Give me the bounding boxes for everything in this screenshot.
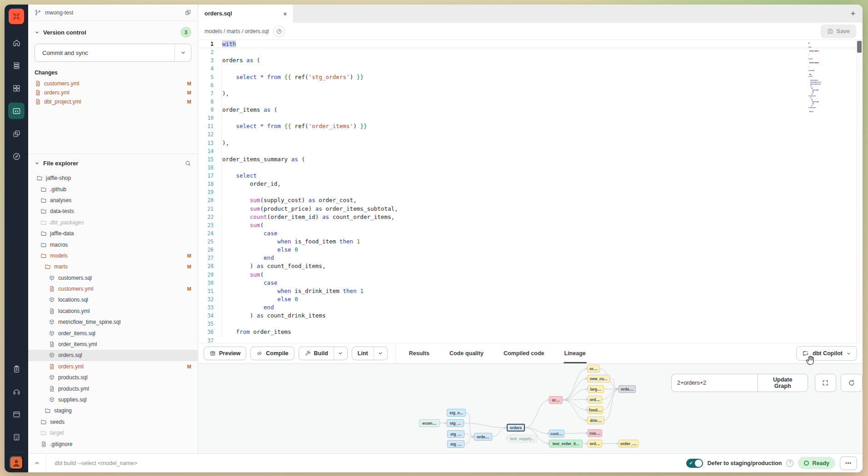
lineage-node-larg[interactable]: larg.... [588,385,604,393]
scrollbar-thumb[interactable] [857,41,862,53]
tree-item-seeds[interactable]: seeds [28,416,198,427]
search-icon[interactable] [185,160,191,167]
compile-button[interactable]: Compile [250,347,294,360]
defer-toggle[interactable]: ✓ [686,459,703,468]
support-headset-icon[interactable] [8,383,25,400]
lineage-node-test_sup[interactable]: test_supply... [507,435,537,442]
code-line-29[interactable]: 29 sum( [198,271,863,279]
lint-dropdown-toggle[interactable] [374,347,387,360]
develop-ide-icon[interactable] [8,103,25,119]
expand-command-bar-button[interactable] [28,454,46,472]
tab-orders-sql[interactable]: orders.sql × [198,5,294,23]
tree-item-locations-yml[interactable]: locations.yml [28,306,198,317]
tab-lineage[interactable]: Lineage [564,343,586,363]
grid-apps-icon[interactable] [8,80,25,96]
code-line-16[interactable]: 16 [198,164,863,172]
code-line-4[interactable]: 4 [198,64,863,73]
code-line-15[interactable]: 15order_items_summary as ( [198,155,863,164]
code-line-30[interactable]: 30 case [198,279,863,287]
code-line-31[interactable]: 31 when is_drink_item then 1 [198,287,863,295]
code-line-21[interactable]: 21 sum(product_price) as order_items_sub… [198,205,863,213]
file-explorer-header[interactable]: File explorer [28,154,198,171]
tree-item-dbt-packages[interactable]: dbt_packages [28,217,198,228]
tree-item-products-sql[interactable]: products.sql [28,372,198,383]
build-button[interactable]: Build [299,347,334,360]
changed-file[interactable]: dbt_project.ymlM [28,97,198,106]
code-line-6[interactable]: 6 [198,81,863,89]
tree-item-locations-sql[interactable]: locations.sql [28,294,198,305]
code-line-2[interactable]: 2 [198,48,863,56]
changed-file[interactable]: orders.ymlM [28,88,198,97]
code-line-1[interactable]: 1with [198,40,863,48]
code-line-11[interactable]: 11 select * from {{ ref('order_items') }… [198,122,863,130]
lineage-node-food[interactable]: food.... [588,406,603,414]
code-line-10[interactable]: 10 [198,114,863,122]
code-line-3[interactable]: 3orders as ( [198,56,863,64]
tree-item--gitignore[interactable]: .gitignore [28,438,198,449]
more-options-button[interactable]: ••• [840,456,857,470]
clipboard-icon[interactable] [8,361,25,377]
code-line-28[interactable]: 28 ) as count_food_items, [198,262,863,270]
code-line-34[interactable]: 34 ) as count_drink_items [198,312,863,320]
fullscreen-icon[interactable] [815,374,837,392]
lineage-node-order3[interactable]: order_.... [619,440,639,447]
tree-item-macros[interactable]: macros [28,239,198,250]
lineage-selector-input[interactable] [671,374,758,392]
tree-item-jaffle-shop[interactable]: jaffle-shop [28,173,198,183]
update-graph-button[interactable]: Update Graph [758,374,808,392]
code-line-7[interactable]: 7), [198,89,863,98]
code-line-33[interactable]: 33 end [198,303,863,312]
lineage-node-new_cu[interactable]: new_cu... [587,375,610,382]
code-line-12[interactable]: 12 [198,130,863,139]
commit-dropdown-toggle[interactable] [175,44,191,61]
tree-item-metricflow-time-spine-sql[interactable]: metricflow_time_spine.sql [28,317,198,327]
code-line-25[interactable]: 25 when is_food_item then 1 [198,238,863,246]
windows-copy-icon[interactable] [8,125,25,142]
tree-item-customers-yml[interactable]: customers.ymlM [28,283,198,294]
org-building-icon[interactable] [8,429,25,445]
tree-item-target[interactable]: target [28,427,198,438]
tab-results[interactable]: Results [409,343,429,363]
open-lineage-icon[interactable] [273,25,285,37]
tree-item--github[interactable]: .github [28,183,198,194]
deploy-stack-icon[interactable] [8,57,25,74]
tree-item-data-tests[interactable]: data-tests [28,206,198,217]
new-tab-button[interactable]: + [843,5,863,23]
tree-item-orders-sql[interactable]: orders.sql [28,350,198,361]
code-line-37[interactable]: 37 [198,337,863,343]
docs-panel-icon[interactable] [8,406,25,422]
editor-scrollbar[interactable] [856,40,863,343]
lineage-node-test_oi[interactable]: test_order_it... [549,440,583,447]
command-input[interactable]: dbt build --select <model_name> [46,460,137,466]
code-editor[interactable]: 1with23orders as (45 select * from {{ re… [198,40,863,343]
lineage-node-orders[interactable]: orders [507,424,525,431]
user-avatar[interactable] [10,456,23,470]
lineage-panel[interactable]: ecom....stg_o...stg_...stg_...stg_...ord… [198,363,863,453]
code-line-14[interactable]: 14 [198,147,863,155]
code-line-35[interactable]: 35 [198,320,863,328]
tree-item-order-items-yml[interactable]: order_items.yml [28,339,198,350]
changed-file[interactable]: customers.ymlM [28,79,198,88]
tab-compiled-code[interactable]: Compiled code [504,343,544,363]
version-control-header[interactable]: Version control 3 [28,21,198,42]
code-line-23[interactable]: 23 sum( [198,221,863,229]
code-line-19[interactable]: 19 [198,188,863,196]
minimap[interactable] [807,42,842,119]
tree-item-marts[interactable]: martsM [28,261,198,272]
save-button[interactable]: Save [821,25,856,38]
code-line-36[interactable]: 36 from order_items [198,328,863,336]
preview-button[interactable]: Preview [204,347,246,360]
tree-item-staging[interactable]: staging [28,405,198,416]
code-line-18[interactable]: 18 order_id, [198,180,863,188]
tree-item-supplies-sql[interactable]: supplies.sql [28,394,198,405]
tree-item-models[interactable]: modelsM [28,250,198,261]
lineage-node-ord1[interactable]: ord.... [588,396,602,403]
tree-item-products-yml[interactable]: products.yml [28,383,198,394]
lint-button[interactable]: Lint [352,347,374,360]
lineage-node-orde_b[interactable]: orde.... [474,433,492,441]
tree-item-orders-yml[interactable]: orders.ymlM [28,361,198,372]
help-icon[interactable]: ? [786,460,793,467]
lineage-node-orde_g[interactable]: orde.... [619,385,636,393]
code-line-9[interactable]: 9order_items as ( [198,106,863,114]
code-line-26[interactable]: 26 else 0 [198,246,863,254]
